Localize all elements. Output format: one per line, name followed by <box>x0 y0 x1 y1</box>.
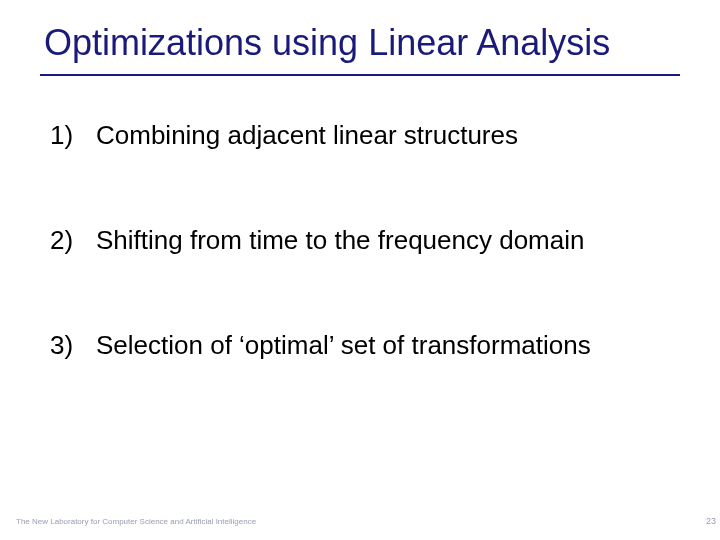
slide: Optimizations using Linear Analysis 1) C… <box>0 0 720 540</box>
list-item: 2) Shifting from time to the frequency d… <box>50 225 670 256</box>
list-item: 3) Selection of ‘optimal’ set of transfo… <box>50 330 670 361</box>
list-item-number: 3) <box>50 330 96 361</box>
title-underline <box>40 74 680 76</box>
footer-organization: The New Laboratory for Computer Science … <box>16 517 256 526</box>
slide-body: 1) Combining adjacent linear structures … <box>50 120 670 435</box>
list-item-text: Combining adjacent linear structures <box>96 120 670 151</box>
page-number: 23 <box>706 516 716 526</box>
list-item-number: 2) <box>50 225 96 256</box>
slide-title: Optimizations using Linear Analysis <box>44 22 676 70</box>
list-item: 1) Combining adjacent linear structures <box>50 120 670 151</box>
list-item-text: Selection of ‘optimal’ set of transforma… <box>96 330 670 361</box>
list-item-number: 1) <box>50 120 96 151</box>
list-item-text: Shifting from time to the frequency doma… <box>96 225 670 256</box>
